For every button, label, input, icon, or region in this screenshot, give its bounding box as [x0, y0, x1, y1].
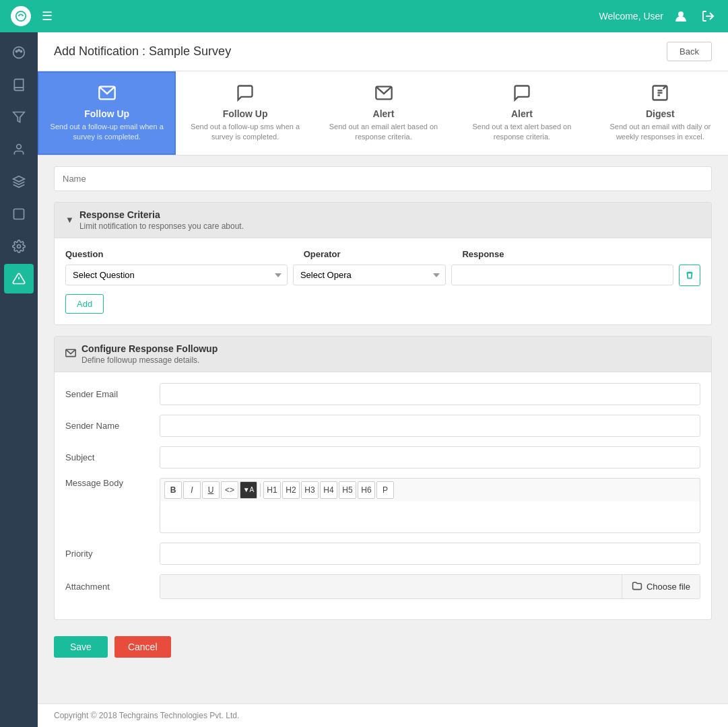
copyright: Copyright © 2018 Techgrains Technologies…	[38, 703, 728, 727]
h3-button[interactable]: H3	[301, 481, 319, 499]
configure-followup-subtitle: Define followup message details.	[81, 355, 218, 365]
notif-card-3-desc: Send out a text alert based on response …	[462, 122, 581, 143]
rc-col-operator: Operator	[304, 249, 463, 259]
question-select[interactable]: Select Question	[65, 265, 288, 285]
message-body-textarea[interactable]	[160, 501, 700, 533]
svg-marker-7	[13, 112, 25, 123]
italic-button[interactable]: I	[183, 481, 201, 499]
toolbar-separator	[260, 483, 261, 497]
rc-col-question: Question	[65, 249, 304, 259]
notif-card-alert-email[interactable]: Alert Send out an email alert based on r…	[315, 71, 453, 155]
notif-card-1-desc: Send out a follow-up sms when a survey i…	[185, 122, 304, 143]
svg-point-1	[678, 11, 684, 17]
response-criteria-header: ▼ Response Criteria Limit notification t…	[55, 203, 711, 238]
sender-name-input[interactable]	[160, 415, 700, 437]
sidebar-item-layers[interactable]	[4, 167, 34, 197]
svg-point-4	[15, 50, 18, 53]
notif-card-alert-sms[interactable]: Alert Send out a text alert based on res…	[453, 71, 591, 155]
svg-point-11	[18, 245, 21, 248]
message-body-row: Message Body B I U <> ▼A	[65, 478, 700, 533]
sidebar-item-square[interactable]	[4, 199, 34, 229]
sidebar-item-book[interactable]	[4, 70, 34, 100]
alert-email-icon	[324, 83, 443, 108]
subject-row: Subject	[65, 446, 700, 469]
h4-button[interactable]: H4	[320, 481, 337, 499]
attachment-input-wrapper: Choose file	[160, 574, 700, 599]
notif-card-digest[interactable]: Digest Send out an email with daily or w…	[591, 71, 728, 155]
alert-sms-icon	[462, 83, 581, 108]
color-swatch[interactable]: ▼A	[240, 481, 257, 499]
app-logo[interactable]	[11, 6, 31, 26]
svg-rect-10	[14, 209, 24, 219]
name-input[interactable]	[54, 166, 712, 191]
h5-button[interactable]: H5	[339, 481, 356, 499]
bold-button[interactable]: B	[164, 481, 182, 499]
svg-point-3	[13, 47, 25, 59]
underline-button[interactable]: U	[202, 481, 220, 499]
sender-name-label: Sender Name	[65, 421, 160, 431]
sidebar-item-palette[interactable]	[4, 38, 34, 67]
user-icon[interactable]	[671, 7, 690, 26]
code-button[interactable]: <>	[221, 481, 238, 499]
notif-card-0-desc: Send out a follow-up email when a survey…	[47, 122, 166, 143]
svg-point-0	[16, 11, 26, 21]
sidebar-item-user[interactable]	[4, 135, 34, 164]
configure-followup-section: Configure Response Followup Define follo…	[54, 336, 712, 620]
add-criteria-button[interactable]: Add	[65, 294, 104, 314]
subject-label: Subject	[65, 452, 160, 462]
sidebar-item-settings[interactable]	[4, 232, 34, 261]
top-nav: ☰ Welcome, User	[0, 0, 728, 32]
footer-buttons: Save Cancel	[54, 631, 712, 674]
back-button[interactable]: Back	[667, 42, 712, 61]
main-layout: Add Notification : Sample Survey Back Fo…	[0, 32, 728, 727]
sender-email-input[interactable]	[160, 383, 700, 405]
notif-card-followup-email[interactable]: Follow Up Send out a follow-up email whe…	[38, 71, 176, 155]
cancel-button[interactable]: Cancel	[114, 636, 171, 658]
priority-row: Priority	[65, 543, 700, 565]
priority-label: Priority	[65, 549, 160, 559]
logout-icon[interactable]	[698, 7, 717, 26]
filter-icon: ▼	[65, 215, 74, 225]
response-criteria-section: ▼ Response Criteria Limit notification t…	[54, 202, 712, 325]
form-area: ▼ Response Criteria Limit notification t…	[38, 155, 728, 703]
response-input[interactable]	[451, 265, 673, 285]
welcome-text: Welcome, User	[599, 11, 663, 22]
delete-row-button[interactable]	[679, 265, 700, 286]
add-row-wrapper: Add	[65, 291, 700, 314]
notif-card-4-desc: Send out an email with daily or weekly r…	[601, 122, 720, 143]
sidebar-item-filter[interactable]	[4, 102, 34, 132]
subject-input[interactable]	[160, 446, 700, 469]
rc-col-response: Response	[462, 249, 700, 259]
rc-headers: Question Operator Response	[65, 249, 700, 259]
choose-file-label: Choose file	[647, 582, 690, 592]
response-criteria-body: Question Operator Response Select Questi…	[55, 238, 711, 324]
top-nav-right: Welcome, User	[599, 7, 717, 26]
mail-icon	[65, 347, 76, 360]
response-criteria-subtitle: Limit notification to responses you care…	[79, 221, 244, 231]
priority-input[interactable]	[160, 543, 700, 565]
p-button[interactable]: P	[376, 481, 394, 499]
sidebar-item-alert[interactable]	[4, 264, 34, 293]
notif-card-0-title: Follow Up	[47, 108, 166, 119]
h6-button[interactable]: H6	[358, 481, 375, 499]
svg-point-8	[17, 145, 22, 149]
notification-cards: Follow Up Send out a follow-up email whe…	[38, 71, 728, 155]
top-nav-left: ☰	[11, 6, 53, 26]
email-icon	[47, 83, 166, 108]
sender-email-label: Sender Email	[65, 389, 160, 399]
choose-file-button[interactable]: Choose file	[622, 575, 700, 598]
h2-button[interactable]: H2	[282, 481, 300, 499]
h1-button[interactable]: H1	[263, 481, 281, 499]
response-criteria-title: Response Criteria	[79, 209, 244, 220]
sender-name-row: Sender Name	[65, 415, 700, 437]
notif-card-followup-sms[interactable]: Follow Up Send out a follow-up sms when …	[176, 71, 314, 155]
digest-icon	[601, 83, 720, 108]
sender-email-row: Sender Email	[65, 383, 700, 405]
sms-icon	[185, 83, 304, 108]
folder-icon	[632, 580, 642, 593]
attachment-text[interactable]	[160, 575, 622, 598]
save-button[interactable]: Save	[54, 636, 108, 658]
hamburger-menu[interactable]: ☰	[42, 9, 53, 24]
operator-select[interactable]: Select Opera	[293, 265, 446, 285]
editor-toolbar: B I U <> ▼A H1 H2 H3	[160, 478, 700, 501]
